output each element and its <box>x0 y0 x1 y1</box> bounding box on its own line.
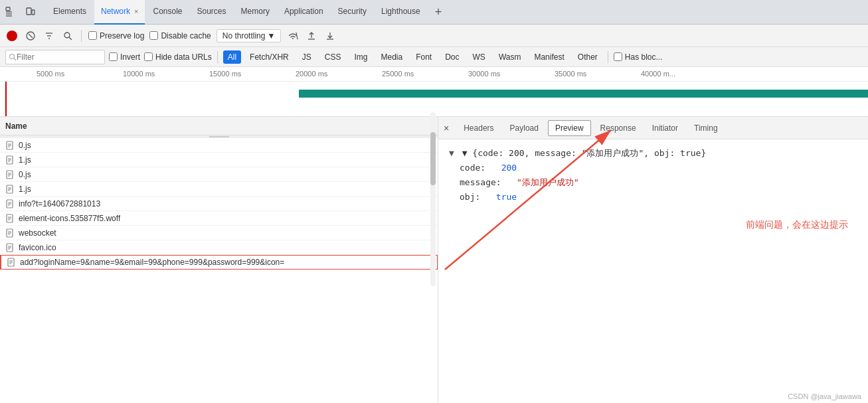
tab-memory[interactable]: Memory <box>234 0 276 25</box>
preserve-log-checkbox-label[interactable]: Preserve log <box>88 31 144 40</box>
list-item[interactable]: 1.js <box>0 153 438 167</box>
throttle-label: No throttling <box>222 31 266 40</box>
filter-ws-button[interactable]: WS <box>468 50 490 64</box>
preview-tabs: × Headers Payload Preview Response Initi… <box>438 117 868 139</box>
upload-icon[interactable] <box>305 29 318 42</box>
list-item[interactable]: websocket <box>0 226 438 240</box>
filter-input[interactable] <box>17 52 96 62</box>
hide-data-urls-checkbox-label[interactable]: Hide data URLs <box>144 52 212 62</box>
invert-checkbox-label[interactable]: Invert <box>109 52 140 62</box>
file-list-scroll[interactable]: 0.js 1.js 0.js 1.js info?t=1640672881013… <box>0 135 438 403</box>
upload-svg <box>307 31 316 40</box>
record-button[interactable] <box>5 29 19 42</box>
file-icon <box>5 185 15 194</box>
has-blocked-checkbox[interactable] <box>614 52 622 61</box>
toolbar-separator-1 <box>81 30 82 42</box>
timeline-ruler: 5000 ms 10000 ms 15000 ms 20000 ms 25000… <box>0 67 868 82</box>
file-icon <box>5 170 15 179</box>
tab-add-button[interactable]: + <box>431 5 446 19</box>
throttle-dropdown[interactable]: No throttling ▼ <box>217 29 282 42</box>
filter-fetch-xhr-button[interactable]: Fetch/XHR <box>245 50 294 64</box>
ruler-mark-6: 30000 ms <box>468 70 500 78</box>
filter-wasm-button[interactable]: Wasm <box>494 50 526 64</box>
device-icon[interactable] <box>23 4 39 20</box>
file-icon <box>7 258 16 267</box>
tab-response[interactable]: Response <box>594 121 643 135</box>
list-item[interactable]: 0.js <box>0 167 438 182</box>
search-button[interactable] <box>61 29 74 42</box>
tab-headers[interactable]: Headers <box>457 121 500 135</box>
wifi-icon[interactable] <box>286 29 300 42</box>
invert-label: Invert <box>120 52 140 62</box>
svg-rect-0 <box>6 7 10 11</box>
preview-content: ▼ ▼ {code: 200, message: "添加用户成功", obj: … <box>438 139 868 403</box>
preview-close-button[interactable]: × <box>444 123 449 133</box>
list-item[interactable]: 0.js <box>0 138 438 153</box>
disable-cache-checkbox-label[interactable]: Disable cache <box>149 31 211 40</box>
tab-initiator[interactable]: Initiator <box>646 121 685 135</box>
tab-network[interactable]: Network × <box>94 0 145 25</box>
tab-timing[interactable]: Timing <box>687 121 725 135</box>
file-list-panel: Name 0.js 1.js 0.js 1.js <box>0 117 438 403</box>
tab-payload[interactable]: Payload <box>503 121 545 135</box>
tab-lighthouse[interactable]: Lighthouse <box>375 0 427 25</box>
tab-preview[interactable]: Preview <box>548 120 591 136</box>
filter-img-button[interactable]: Img <box>349 50 372 64</box>
tab-security[interactable]: Security <box>331 0 373 25</box>
tab-console[interactable]: Console <box>146 0 189 25</box>
filter-icon <box>44 31 54 40</box>
devtools-icons <box>3 4 39 20</box>
filter-separator <box>217 51 218 63</box>
main-split: Name 0.js 1.js 0.js 1.js <box>0 117 868 403</box>
file-list-header: Name <box>0 117 438 135</box>
svg-line-7 <box>29 34 33 38</box>
json-expand-icon[interactable]: ▼ <box>449 148 454 158</box>
hide-data-urls-checkbox[interactable] <box>144 52 153 61</box>
filter-js-button[interactable]: JS <box>298 50 316 64</box>
disable-cache-checkbox[interactable] <box>149 31 158 40</box>
throttle-chevron-icon: ▼ <box>267 31 275 40</box>
filter-manifest-button[interactable]: Manifest <box>529 50 568 64</box>
list-item[interactable]: favicon.ico <box>0 240 438 255</box>
wifi-svg <box>287 31 299 40</box>
hide-data-urls-label: Hide data URLs <box>155 52 212 62</box>
tab-sources[interactable]: Sources <box>191 0 233 25</box>
tab-network-close[interactable]: × <box>134 7 138 15</box>
timeline-bar-area <box>0 82 868 117</box>
preserve-log-checkbox[interactable] <box>88 31 97 40</box>
filter-all-button[interactable]: All <box>223 50 241 64</box>
has-blocked-checkbox-label[interactable]: Has bloc... <box>614 52 663 62</box>
filter-css-button[interactable]: CSS <box>320 50 346 64</box>
ruler-mark-5: 25000 ms <box>382 70 414 78</box>
ruler-mark-7: 35000 ms <box>555 70 586 78</box>
tab-application[interactable]: Application <box>278 0 330 25</box>
invert-checkbox[interactable] <box>109 52 118 61</box>
filter-separator-2 <box>608 51 608 63</box>
tab-elements[interactable]: Elements <box>46 0 93 25</box>
tab-bar: Elements Network × Console Sources Memor… <box>0 0 868 25</box>
download-icon[interactable] <box>323 29 337 42</box>
list-item[interactable]: info?t=1640672881013 <box>0 197 438 211</box>
list-item[interactable]: 1.js <box>0 182 438 197</box>
inspect-icon[interactable] <box>3 4 19 20</box>
annotation-text: 前端问题，会在这边提示 <box>746 219 848 231</box>
list-item[interactable]: element-icons.535877f5.woff <box>0 211 438 226</box>
list-item-selected[interactable]: add?loginName=9&name=9&email=99&phone=99… <box>0 255 438 270</box>
filter-search-icon <box>9 53 17 61</box>
file-list-header-label: Name <box>5 121 27 131</box>
filter-input-wrap[interactable] <box>5 50 105 64</box>
json-root-line[interactable]: ▼ ▼ {code: 200, message: "添加用户成功", obj: … <box>449 146 857 161</box>
filter-media-button[interactable]: Media <box>376 50 407 64</box>
scrollbar-track[interactable] <box>430 117 436 286</box>
filter-other-button[interactable]: Other <box>573 50 602 64</box>
clear-button[interactable] <box>24 29 37 42</box>
json-message-line: message: "添加用户成功" <box>460 175 857 190</box>
ruler-mark-4: 20000 ms <box>296 70 327 78</box>
timeline-red-line <box>5 82 7 117</box>
filter-font-button[interactable]: Font <box>411 50 436 64</box>
scrollbar-thumb[interactable] <box>430 132 436 185</box>
filter-doc-button[interactable]: Doc <box>440 50 464 64</box>
timeline-green-bar <box>299 90 868 98</box>
preserve-log-label: Preserve log <box>100 31 144 40</box>
filter-toggle-button[interactable] <box>43 29 56 42</box>
